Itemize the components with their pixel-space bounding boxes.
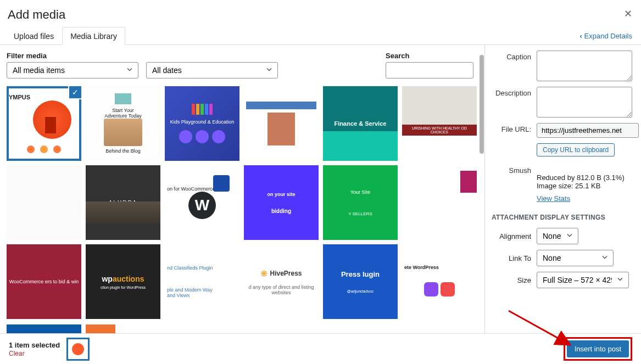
thumb-text: URISHING WITH HEALTHY OD CHOICES xyxy=(402,125,477,136)
thumb-text: @adjunctadvoc xyxy=(347,289,374,293)
insert-into-post-button[interactable]: Insert into post xyxy=(567,340,629,357)
linkto-select[interactable]: None xyxy=(537,250,614,266)
media-thumb[interactable] xyxy=(402,324,477,333)
smush-label: Smush xyxy=(492,164,531,175)
caption-field[interactable] xyxy=(537,51,632,81)
media-thumb[interactable]: WooCommerce ers to bid & win xyxy=(7,244,81,319)
thumb-text: and Views xyxy=(167,293,189,298)
thumb-text: ction plugin for WordPress xyxy=(101,285,146,289)
alignment-select[interactable]: None xyxy=(537,228,578,244)
description-label: Description xyxy=(492,87,531,97)
thumb-text: ete WordPress xyxy=(404,265,439,270)
thumb-text: d any type of direct and listing website… xyxy=(246,284,316,295)
fileurl-field[interactable] xyxy=(537,123,639,138)
media-thumb[interactable]: ALURRAGetting Back Into The Outdoors xyxy=(86,165,160,240)
alignment-label: Alignment xyxy=(492,232,531,240)
search-label: Search xyxy=(386,52,473,60)
media-thumb[interactable] xyxy=(244,324,319,333)
annotation-highlight: Insert into post xyxy=(564,337,632,361)
clear-selection-link[interactable]: Clear xyxy=(9,350,25,357)
media-thumb[interactable] xyxy=(244,86,319,161)
thumb-text: bidding xyxy=(271,208,291,214)
media-thumb[interactable]: on your sitebidding xyxy=(244,165,319,240)
thumb-text: on for WooCommerce xyxy=(167,186,215,192)
media-thumb[interactable]: Press lugin@adjunctadvoc xyxy=(323,244,398,319)
size-label: Size xyxy=(492,276,531,284)
thumb-text: on your site xyxy=(267,192,295,197)
thumb-text: Start Your xyxy=(112,108,134,113)
check-icon[interactable]: ✓ xyxy=(68,86,81,99)
media-thumb[interactable]: Start Your Adventure Today Behind the Bl… xyxy=(86,86,160,161)
copy-url-button[interactable]: Copy URL to clipboard xyxy=(537,143,615,156)
expand-details-link[interactable]: Expand Details xyxy=(580,32,632,40)
thumb-text: YMPUS xyxy=(9,94,30,100)
attachment-display-settings-title: ATTACHMENT DISPLAY SETTINGS xyxy=(492,214,632,221)
media-thumb[interactable]: nd Classifieds Pluginple and Modern Waya… xyxy=(165,244,239,319)
media-thumb[interactable]: URISHING WITH HEALTHY OD CHOICES xyxy=(402,86,477,161)
thumb-text: Adventure Today xyxy=(104,113,141,119)
thumb-text: wp xyxy=(102,275,112,283)
thumb-text: Getting Back Into The Outdoors xyxy=(96,233,150,237)
selected-count: 1 item selected xyxy=(9,341,60,349)
media-thumb[interactable]: Your SiteY SELLERS xyxy=(323,165,398,240)
thumb-text: Finance & Service xyxy=(335,120,387,127)
media-thumb[interactable] xyxy=(7,165,81,240)
fileurl-label: File URL: xyxy=(492,123,531,133)
thumb-text: Behind the Blog xyxy=(105,148,141,154)
thumb-text: Y SELLERS xyxy=(348,211,372,216)
description-field[interactable] xyxy=(537,87,632,117)
thumb-text: ple and Modern Way xyxy=(167,287,213,293)
tab-upload-files[interactable]: Upload files xyxy=(5,27,62,45)
smush-reduced-text: Reduced by 812.0 B (3.1%) xyxy=(537,173,632,182)
modal-title: Add media xyxy=(8,8,65,22)
selected-thumb[interactable] xyxy=(66,338,90,361)
linkto-label: Link To xyxy=(492,254,531,262)
filter-dates-select[interactable]: All dates xyxy=(146,62,278,79)
media-thumb[interactable] xyxy=(402,165,477,240)
thumb-text: Kids Playground & Education xyxy=(170,119,235,125)
media-thumb[interactable]: Kids Playground & Education xyxy=(165,86,239,161)
smush-size-text: Image size: 25.1 KB xyxy=(537,182,632,190)
close-icon[interactable]: ✕ xyxy=(624,8,632,20)
media-thumb[interactable] xyxy=(323,324,398,333)
thumb-text: HivePress xyxy=(270,270,302,277)
caption-label: Caption xyxy=(492,51,531,61)
attachment-details-sidebar: Caption Description File URL: Copy URL t… xyxy=(484,45,641,333)
size-select[interactable]: Full Size – 572 × 429 xyxy=(537,272,629,288)
media-thumb[interactable]: Finance & Service xyxy=(323,86,398,161)
search-input[interactable] xyxy=(386,62,473,79)
view-stats-link[interactable]: View Stats xyxy=(537,194,570,203)
scrollbar[interactable] xyxy=(477,55,485,318)
tabs: Upload files Media Library xyxy=(0,26,641,45)
thumb-text: auctions xyxy=(113,275,144,283)
media-thumb[interactable]: on for WooCommerceW xyxy=(165,165,239,240)
thumb-text: Press lugin xyxy=(341,270,380,278)
media-thumb[interactable] xyxy=(165,324,239,333)
media-thumb[interactable]: ❋HivePressd any type of direct and listi… xyxy=(244,244,319,319)
thumb-text: nd Classifieds Plugin xyxy=(167,265,213,271)
media-thumb[interactable]: ete WordPress xyxy=(402,244,477,319)
filter-media-label: Filter media xyxy=(7,52,278,60)
thumb-text: WooCommerce ers to bid & win xyxy=(9,279,79,284)
thumb-text: Your Site xyxy=(350,189,370,195)
media-thumb[interactable]: YMPUS ✓ xyxy=(7,86,81,161)
media-grid-scroll[interactable]: YMPUS ✓ Start Your Adventure Today Beh xyxy=(7,86,484,333)
tab-media-library[interactable]: Media Library xyxy=(62,27,125,45)
media-thumb[interactable] xyxy=(86,324,160,333)
media-thumb[interactable]: wpauctionsction plugin for WordPress xyxy=(86,244,160,319)
filter-media-select[interactable]: All media items xyxy=(7,62,138,79)
media-thumb[interactable] xyxy=(7,324,81,333)
